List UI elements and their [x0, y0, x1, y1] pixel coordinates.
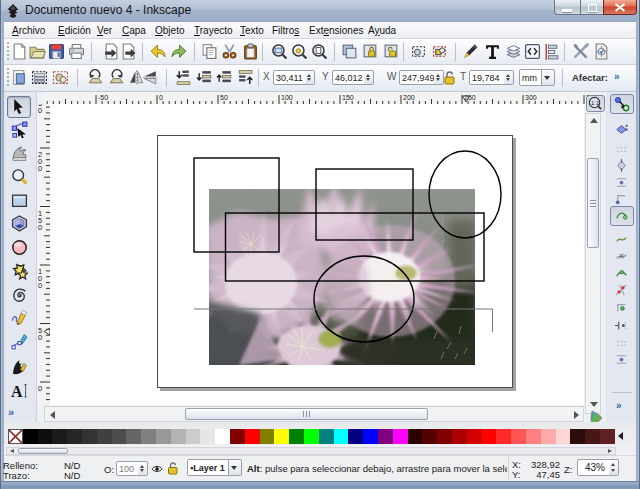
svg-text:0: 0 [38, 333, 42, 342]
svg-text:0: 0 [38, 164, 42, 173]
svg-text:50: 50 [220, 94, 228, 101]
svg-text:A: A [11, 383, 23, 399]
svg-text:0: 0 [159, 94, 163, 101]
svg-text:0: 0 [38, 384, 42, 393]
svg-text:250: 250 [464, 94, 476, 101]
svg-text:0: 0 [38, 106, 42, 115]
svg-text:0: 0 [38, 223, 42, 232]
svg-text:1:1: 1:1 [591, 99, 600, 106]
svg-text:-50: -50 [98, 94, 108, 101]
svg-text:0: 0 [38, 281, 42, 290]
svg-text:300: 300 [525, 94, 537, 101]
svg-text:100: 100 [281, 94, 293, 101]
svg-text:150: 150 [342, 94, 354, 101]
svg-text:200: 200 [403, 94, 415, 101]
